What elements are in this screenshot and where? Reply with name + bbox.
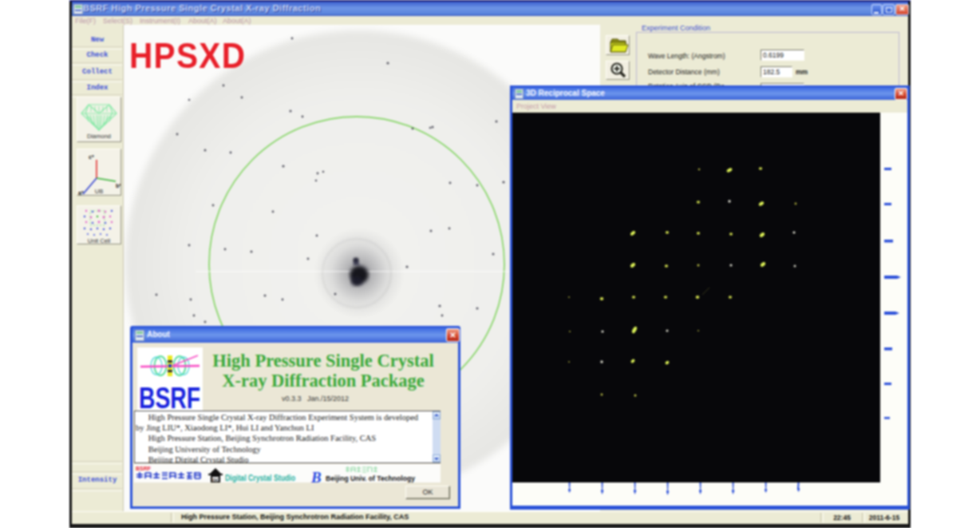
- svg-text:Digital Crystal Studio: Digital Crystal Studio: [225, 473, 295, 482]
- svg-text:c*: c*: [89, 154, 94, 160]
- svg-text:DC: DC: [213, 478, 220, 482]
- svg-text:B: B: [310, 469, 322, 482]
- svg-text:Beijing Univ. of Technology: Beijing Univ. of Technology: [326, 474, 415, 482]
- svg-text:BSRF: BSRF: [139, 382, 200, 411]
- svg-text:BSRF: BSRF: [136, 466, 152, 471]
